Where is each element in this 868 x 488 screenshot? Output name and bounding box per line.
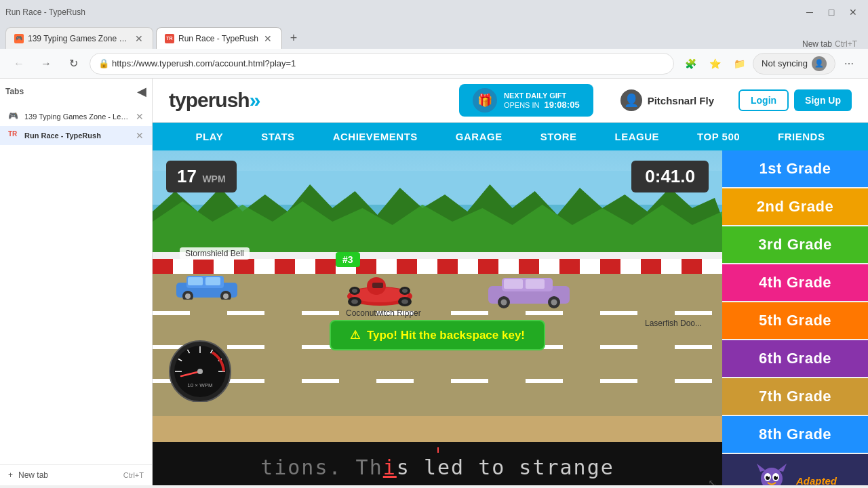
svg-rect-7 <box>205 277 220 285</box>
back-button[interactable]: ← <box>8 53 30 75</box>
sidebar-new-tab-label: New tab <box>18 470 48 480</box>
typing-area[interactable]: tions. This led to strange ⤡ <box>153 442 722 485</box>
minimize-button[interactable]: ─ <box>800 3 819 22</box>
grade-4-button[interactable]: 4th Grade <box>722 264 868 301</box>
tab-close-1[interactable]: ✕ <box>134 32 144 45</box>
maximize-button[interactable]: □ <box>822 3 841 22</box>
nav-achievements[interactable]: ACHIEVEMENTS <box>314 123 437 150</box>
gift-icon: 🎁 <box>473 88 497 113</box>
adapted-mind-button[interactable]: Adapted Mind <box>722 454 868 485</box>
svg-point-23 <box>402 289 408 293</box>
sidebar-tab-label-2: Run Race - TypeRush <box>24 131 101 140</box>
profile-avatar: 👤 <box>812 56 827 71</box>
adapted-mind-text: Adapted Mind <box>796 475 837 485</box>
svg-rect-26 <box>504 279 523 289</box>
favorites-button[interactable]: ⭐ <box>704 53 726 75</box>
grade-2-button[interactable]: 2nd Grade <box>722 188 868 225</box>
sidebar-tabs-list: 🎮 139 Typing Games Zone - Learn... ✕ TR … <box>0 104 152 464</box>
sidebar-tab-icon-2: TR <box>8 130 19 141</box>
grade-7-button[interactable]: 7th Grade <box>722 378 868 415</box>
road-dash-1 <box>153 311 722 315</box>
gift-opens: OPENS IN <box>504 101 540 109</box>
svg-point-56 <box>768 476 769 477</box>
cursor-char: i <box>383 455 397 479</box>
nav-store[interactable]: STORE <box>521 123 596 150</box>
sidebar-title: Tabs <box>5 87 24 96</box>
typerush-logo[interactable]: typerush» <box>169 89 260 112</box>
kart-svg <box>342 276 417 310</box>
sidebar-tab-item[interactable]: 🎮 139 Typing Games Zone - Learn... ✕ <box>0 107 152 126</box>
grade-3-label: 3rd Grade <box>758 236 831 253</box>
typing-text[interactable]: tions. This led to strange <box>260 455 614 479</box>
car-kart-container: #3 <box>342 276 417 312</box>
nav-stats[interactable]: STATS <box>242 123 313 150</box>
sidebar-collapse-button[interactable]: ◀ <box>137 84 146 99</box>
grade-8-button[interactable]: 8th Grade <box>722 416 868 453</box>
browser-sidebar: Tabs ◀ 🎮 139 Typing Games Zone - Learn..… <box>0 79 153 485</box>
car-purple-svg <box>485 271 573 308</box>
login-button[interactable]: Login <box>738 89 789 111</box>
sidebar-tab-close-2[interactable]: ✕ <box>136 130 144 141</box>
sidebar-tab-label-1: 139 Typing Games Zone - Learn... <box>24 113 130 121</box>
extensions-button[interactable]: 🧩 <box>679 53 701 75</box>
timer-display: 0:41.0 <box>631 161 709 192</box>
nav-play[interactable]: PLAY <box>177 123 243 150</box>
svg-text:10 × WPM: 10 × WPM <box>187 382 213 388</box>
grade-3-button[interactable]: 3rd Grade <box>722 226 868 263</box>
close-button[interactable]: ✕ <box>844 3 863 22</box>
typerush-nav: PLAY STATS ACHIEVEMENTS GARAGE STORE LEA… <box>153 123 868 150</box>
forward-button[interactable]: → <box>35 53 57 75</box>
address-bar[interactable]: 🔒 <box>90 53 674 75</box>
sidebar-tab-item-active[interactable]: TR Run Race - TypeRush ✕ <box>0 126 152 145</box>
tab-label-2: Run Race - TypeRush <box>178 34 258 43</box>
address-input[interactable] <box>112 58 665 68</box>
svg-point-55 <box>774 476 778 480</box>
typed-text: tions. Th <box>260 455 383 479</box>
svg-marker-58 <box>757 464 766 472</box>
sidebar-shortcut: Ctrl+T <box>123 471 144 479</box>
new-tab-shortcut: Ctrl+T <box>835 39 857 49</box>
profile-button[interactable]: Not syncing 👤 <box>753 53 835 75</box>
tab-label-1: 139 Typing Games Zone - Learn... <box>28 34 130 43</box>
sidebar-new-tab[interactable]: + New tab Ctrl+T <box>0 464 152 485</box>
svg-marker-59 <box>778 464 787 472</box>
nav-league[interactable]: LEAGUE <box>596 123 679 150</box>
sidebar-tab-close-1[interactable]: ✕ <box>136 111 144 122</box>
typo-alert-text: Typo! Hit the backspace key! <box>367 329 525 342</box>
grade-6-label: 6th Grade <box>759 350 831 367</box>
collections-button[interactable]: 📁 <box>728 53 750 75</box>
svg-rect-6 <box>188 277 203 285</box>
grade-5-button[interactable]: 5th Grade <box>722 302 868 339</box>
nav-garage[interactable]: GARAGE <box>437 123 521 150</box>
svg-point-21 <box>352 289 357 293</box>
browser-body: Tabs ◀ 🎮 139 Typing Games Zone - Learn..… <box>0 79 868 485</box>
wpm-label: WPM <box>202 174 225 184</box>
window-controls: ─ □ ✕ <box>800 3 863 22</box>
gift-container[interactable]: 🎁 NEXT DAILY GIFT OPENS IN 19:08:05 <box>459 84 593 117</box>
tab-close-2[interactable]: ✕ <box>262 32 273 45</box>
resize-handle[interactable]: ⤡ <box>708 477 717 485</box>
tab-icon-2: TR <box>165 34 174 43</box>
car-purple-container <box>485 271 573 311</box>
svg-point-31 <box>551 300 557 306</box>
road-dash-3 <box>153 379 722 383</box>
nav-friends[interactable]: FRIENDS <box>759 123 844 150</box>
logo-rush: rush <box>208 89 250 112</box>
new-tab-button[interactable]: + <box>285 28 303 48</box>
gift-timer: 19:08:05 <box>545 100 580 110</box>
refresh-button[interactable]: ↻ <box>62 53 84 75</box>
cursor-indicator <box>437 447 439 453</box>
grade-1-button[interactable]: 1st Grade <box>722 150 868 187</box>
grade-6-button[interactable]: 6th Grade <box>722 340 868 377</box>
svg-point-11 <box>223 293 229 299</box>
svg-point-17 <box>351 300 358 304</box>
signup-button[interactable]: Sign Up <box>794 89 852 111</box>
nav-top500[interactable]: TOP 500 <box>678 123 759 150</box>
adapted-mind-mascot <box>753 464 791 486</box>
tab-typing-games[interactable]: 🎮 139 Typing Games Zone - Learn... ✕ <box>5 27 153 49</box>
more-button[interactable]: ⋯ <box>838 53 860 75</box>
new-tab-text[interactable]: New tab Ctrl+T <box>802 39 857 49</box>
logo-text: type <box>169 89 208 112</box>
tab-typerush[interactable]: TR Run Race - TypeRush ✕ <box>156 27 282 49</box>
speedometer-container: 10 × WPM <box>166 334 234 405</box>
